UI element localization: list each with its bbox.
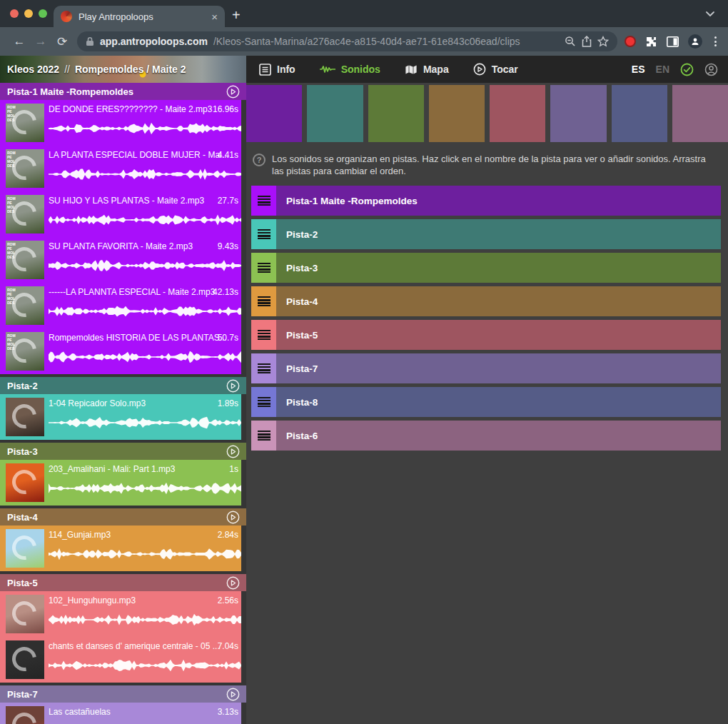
drag-handle[interactable] — [251, 253, 276, 283]
track-play-button[interactable] — [226, 85, 240, 99]
clip-thumbnail[interactable] — [6, 595, 44, 633]
pista-row[interactable]: Pista-4 — [251, 286, 721, 316]
drag-handle[interactable] — [251, 353, 276, 383]
drag-handle[interactable] — [251, 219, 276, 249]
clip-item[interactable]: ROM PE MOL DES SU HIJO Y LAS PLANTAS - M… — [0, 191, 241, 237]
recording-indicator-icon[interactable] — [625, 36, 636, 47]
track-header[interactable]: Pista-2 — [0, 377, 246, 394]
clip-item[interactable]: 203_Amalihani - Mali: Part 1.mp3 1s — [0, 460, 241, 506]
waveform[interactable] — [49, 613, 241, 626]
track-header[interactable]: Pista-4 — [0, 508, 246, 526]
share-icon[interactable] — [582, 36, 592, 47]
waveform[interactable] — [49, 305, 241, 318]
clip-item[interactable]: 1-04 Repicador Solo.mp3 1.89s — [0, 394, 241, 440]
new-tab-button[interactable]: + — [232, 8, 241, 22]
side-panel-icon[interactable] — [667, 36, 679, 47]
tab-close-icon[interactable]: × — [211, 11, 218, 22]
pista-row[interactable]: Pista-3 — [251, 253, 721, 283]
track-header[interactable]: Pista-1 Maite -Rompemoldes — [0, 83, 246, 100]
drag-handle[interactable] — [251, 421, 276, 451]
track-play-button[interactable] — [226, 445, 240, 458]
waveform[interactable] — [49, 213, 241, 226]
track-header[interactable]: Pista-5 — [0, 574, 246, 591]
profile-avatar[interactable] — [688, 34, 702, 49]
pista-row[interactable]: Pista-7 — [251, 353, 721, 383]
drag-handle[interactable] — [251, 286, 276, 316]
clip-thumbnail[interactable]: ROM PE MOL DES — [6, 332, 44, 371]
clip-thumbnail[interactable] — [6, 706, 44, 724]
clip-item[interactable]: ROM PE MOL DES LA PLANTA ESPECIAL DOBLE … — [0, 146, 241, 191]
clip-item[interactable]: Las castañuelas 3.13s — [0, 703, 241, 724]
breadcrumb-trail[interactable]: Rompemoldes / Maite 2 — [75, 64, 186, 75]
clip-item[interactable]: 114_Gunjai.mp3 2.84s — [0, 526, 241, 571]
nav-item-sonidos[interactable]: Sonidos — [320, 64, 380, 75]
clip-thumbnail[interactable] — [6, 529, 44, 568]
clip-thumbnail[interactable] — [6, 398, 44, 436]
lang-es-button[interactable]: ES — [632, 64, 645, 75]
clip-thumbnail[interactable]: ROM PE MOL DES — [6, 286, 44, 325]
track-play-button[interactable] — [226, 511, 240, 524]
pista-row-body[interactable]: Pista-1 Maite -Rompemoldes — [276, 186, 721, 216]
nav-item-mapa[interactable]: Mapa — [405, 64, 449, 75]
nav-item-info[interactable]: Info — [259, 64, 295, 76]
track-header[interactable]: Pista-3 — [0, 443, 246, 460]
forward-button[interactable]: → — [30, 34, 51, 49]
pista-row-body[interactable]: Pista-4 — [276, 286, 721, 316]
waveform[interactable] — [49, 659, 241, 672]
map-thumbnail-breadcrumb[interactable]: Kleos 2022 // Rompemoldes / Maite 2 — [0, 56, 246, 83]
pista-row-body[interactable]: Pista-8 — [276, 387, 721, 417]
track-color-swatch[interactable] — [429, 85, 485, 142]
clip-thumbnail[interactable]: ROM PE MOL DES — [6, 241, 44, 279]
drag-handle[interactable] — [251, 387, 276, 417]
pista-row-body[interactable]: Pista-2 — [276, 219, 721, 249]
clip-item[interactable]: ROM PE MOL DES SU PLANTA FAVORITA - Mait… — [0, 237, 241, 283]
track-color-swatch[interactable] — [550, 85, 606, 142]
track-color-swatch[interactable] — [612, 85, 667, 142]
drag-handle[interactable] — [251, 186, 276, 216]
waveform[interactable] — [49, 259, 241, 272]
waveform[interactable] — [49, 122, 241, 135]
close-window-button[interactable] — [10, 9, 19, 18]
pista-row[interactable]: Pista-8 — [251, 387, 721, 417]
waveform[interactable] — [49, 548, 241, 560]
clip-item[interactable]: ROM PE MOL DES DE DONDE ERES???????? - M… — [0, 100, 241, 146]
browser-tab[interactable]: Play Antropoloops × — [54, 6, 225, 27]
track-color-swatch[interactable] — [672, 85, 728, 142]
account-icon[interactable] — [704, 63, 718, 76]
clip-item[interactable]: ROM PE MOL DES Rompemoldes HISTORIA DE L… — [0, 328, 241, 374]
clip-thumbnail[interactable]: ROM PE MOL DES — [6, 195, 44, 233]
pista-row-body[interactable]: Pista-3 — [276, 253, 721, 283]
pista-row-body[interactable]: Pista-7 — [276, 353, 721, 383]
clip-thumbnail[interactable]: ROM PE MOL DES — [6, 149, 44, 188]
pista-row-body[interactable]: Pista-5 — [276, 320, 721, 350]
track-color-swatch[interactable] — [368, 85, 424, 142]
pista-row[interactable]: Pista-5 — [251, 320, 721, 350]
clip-thumbnail[interactable] — [6, 640, 44, 679]
breadcrumb-project[interactable]: Kleos 2022 — [7, 64, 59, 75]
clip-item[interactable]: chants et danses d' amerique centrale - … — [0, 637, 241, 683]
waveform[interactable] — [49, 168, 241, 181]
track-color-swatch[interactable] — [307, 85, 363, 142]
waveform[interactable] — [49, 416, 241, 429]
waveform[interactable] — [49, 351, 241, 363]
zoom-out-icon[interactable] — [565, 36, 576, 47]
track-color-swatch[interactable] — [490, 85, 545, 142]
pista-row[interactable]: Pista-6 — [251, 421, 721, 451]
pista-row[interactable]: Pista-1 Maite -Rompemoldes — [251, 186, 721, 216]
track-play-button[interactable] — [226, 576, 240, 590]
bookmark-star-icon[interactable] — [597, 36, 609, 47]
pista-row[interactable]: Pista-2 — [251, 219, 721, 249]
tab-search-chevron-icon[interactable] — [705, 11, 715, 17]
track-play-button[interactable] — [226, 379, 240, 393]
track-header[interactable]: Pista-7 — [0, 685, 246, 703]
lang-en-button[interactable]: EN — [656, 64, 669, 75]
reload-button[interactable]: ⟳ — [51, 34, 73, 49]
address-bar[interactable]: app.antropoloops.com/Kleos-Santa-Marina/… — [77, 31, 617, 51]
pista-row-body[interactable]: Pista-6 — [276, 421, 721, 451]
extensions-puzzle-icon[interactable] — [645, 36, 657, 48]
nav-item-tocar[interactable]: Tocar — [473, 63, 518, 76]
clip-thumbnail[interactable] — [6, 463, 44, 502]
clip-item[interactable]: ROM PE MOL DES ------LA PLANNTA ESPECIAL… — [0, 283, 241, 328]
chrome-menu-icon[interactable] — [712, 36, 719, 46]
track-play-button[interactable] — [226, 688, 240, 701]
